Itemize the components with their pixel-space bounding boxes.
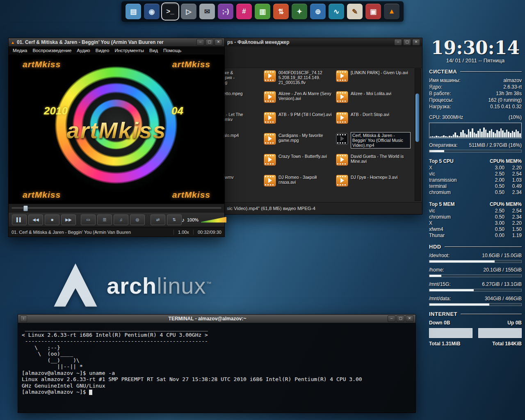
snapshot-button[interactable]: ◎ — [130, 215, 145, 225]
cpu-graph-bar — [447, 137, 449, 137]
equalizer-button[interactable]: ♫ — [114, 215, 128, 225]
menu-item[interactable]: Медиа — [10, 47, 30, 54]
system-info-rows: Имя машины: almazov Ядро: 2.6.33-rt В ра… — [429, 77, 522, 110]
ram-label: Оперативка: — [429, 142, 458, 148]
seek-slider[interactable] — [11, 207, 221, 209]
cpu-graph-bar — [495, 133, 496, 137]
scrollbar[interactable] — [415, 68, 421, 201]
file-item[interactable]: DJ Грув - Ноктюрн 3.avi — [336, 175, 411, 196]
maximize-button[interactable]: ▢ — [397, 315, 404, 322]
messenger-dock-icon[interactable]: ;-) — [218, 4, 233, 19]
vlc-video-area[interactable]: artMkiss artMkiss artMkiss artMkiss 2010… — [9, 55, 224, 204]
cpu-graph-bar — [449, 136, 450, 137]
file-item[interactable]: Cardigans - My favorite game.mpg — [264, 133, 333, 154]
irc-chat-dock-icon[interactable]: # — [236, 4, 252, 19]
file-item[interactable]: [LINKIN PARK] - Given Up.avi — [336, 70, 411, 91]
cpu-graph-bar — [462, 130, 464, 137]
minimize-button[interactable]: – — [196, 39, 204, 46]
info-value: almazov — [503, 77, 522, 84]
file-item[interactable]: 0040FD016C3F_74.12 5.208.19_82.114.149. … — [264, 70, 333, 91]
file-item[interactable]: ATB - 9 PM (Till I Come).avi — [264, 112, 333, 133]
cpu-graph-bar — [468, 129, 470, 137]
mode-controls: ⇄⇅ — [151, 215, 182, 225]
previous-button[interactable]: ◀◀ — [28, 215, 43, 225]
terminal-output[interactable]: ________________________________________… — [18, 323, 415, 398]
playlist-button[interactable]: ☰ — [97, 215, 112, 225]
task-monitor-dock-icon[interactable]: ▥ — [255, 4, 270, 19]
close-button[interactable]: ✕ — [412, 39, 420, 46]
file-manager-dock-icon[interactable]: ▤ — [126, 4, 141, 19]
web-browser-dock-icon[interactable]: ⊕ — [310, 4, 326, 19]
file-item[interactable]: ATB - Don't Stop.avi — [336, 112, 411, 133]
menu-item[interactable]: Вид — [147, 47, 160, 54]
mount-point: /dev/root: — [429, 252, 450, 259]
package-manager-dock-icon[interactable]: ▣ — [365, 4, 381, 19]
arch-linux-logo: archlinux™ — [52, 262, 212, 308]
shuffle-button[interactable]: ⇅ — [167, 215, 182, 225]
cpu-graph-bar — [443, 135, 445, 137]
maximize-button[interactable]: ▢ — [205, 39, 213, 46]
menu-item[interactable]: Инструменты — [112, 47, 146, 54]
dock: ▤ ◉ >_ ▷ ✉ ;-) # — [121, 1, 404, 22]
menu-item[interactable]: Видео — [93, 47, 112, 54]
scrollbar-thumb[interactable] — [415, 94, 419, 142]
file-item[interactable]: Crazy Town - Butterfly.avi — [264, 154, 333, 175]
process-cpu: 0.50 — [487, 183, 504, 189]
file-name: DJ Romeo - Закрой глаза.avi — [278, 175, 333, 185]
vlc-player-dock-icon[interactable]: ▲ — [384, 4, 399, 19]
close-button[interactable]: ✕ — [406, 315, 413, 322]
play-triangle-icon — [268, 157, 272, 162]
volume-slider[interactable] — [201, 217, 226, 223]
menu-item[interactable]: Аудио — [74, 47, 92, 54]
minimize-button[interactable]: – — [394, 39, 402, 46]
text-editor-dock-icon[interactable]: ✎ — [347, 4, 363, 19]
terminal-line: [almazov@almazov ~]$ uname -a — [22, 370, 412, 377]
cpu-graph-bar — [514, 132, 515, 137]
photo-viewer-dock-icon[interactable]: ◉ — [144, 4, 160, 19]
hdd-section-header: HDD — [429, 244, 522, 250]
loop-button[interactable]: ⇄ — [151, 215, 165, 225]
stop-button[interactable]: ■ — [45, 215, 59, 225]
file-item[interactable]: DJ Romeo - Закрой глаза.avi — [264, 175, 333, 196]
process-row: X 3.00 2.20 — [429, 165, 522, 171]
close-button[interactable]: ✕ — [215, 39, 222, 46]
top-cpu-list: X 3.00 2.20 vlc 2.50 2.54 transmission 2… — [429, 165, 522, 196]
file-item[interactable]: Alizee - Moi Lolita.avi — [336, 91, 411, 112]
info-label: Процессы: — [429, 97, 453, 103]
menu-item[interactable]: Воспроизведение — [30, 47, 74, 54]
vlc-titlebar[interactable]: ▲ 01. Cerf & Mitiska & Jaren - Beggin' Y… — [9, 38, 224, 46]
playback-rate[interactable]: 1.00x — [173, 230, 194, 235]
media-player-dock-icon[interactable]: ▷ — [181, 4, 196, 19]
network-graph-dock-icon[interactable]: ∿ — [329, 4, 344, 19]
keyring-dock-icon[interactable]: ✦ — [292, 4, 307, 19]
file-item[interactable]: David Guetta - The World is Mine.avi — [336, 154, 411, 175]
play-triangle-icon — [340, 115, 344, 120]
hdd-row: /mnt/15G: 6.27GiB / 13.1GiB — [429, 281, 522, 288]
cpu-graph-bar — [466, 135, 468, 137]
maximize-button[interactable]: ▢ — [403, 39, 411, 46]
hdd-entry: /dev/root: 10.6GiB / 15.0GiB — [429, 252, 522, 263]
file-name: ATB - Don't Stop.avi — [351, 112, 389, 117]
arch-logo-text: archlinux™ — [107, 272, 212, 299]
playback-time[interactable]: 00:32/09:30 — [194, 230, 221, 235]
terminal-dock-icon[interactable]: >_ — [162, 4, 178, 19]
fullscreen-button[interactable]: ▭ — [81, 215, 96, 225]
menu-item[interactable]: Помощь — [161, 47, 184, 54]
file-item[interactable]: Alizee - J'en Ai Marre (Sexy Version).av… — [264, 91, 333, 112]
file-item[interactable]: Cerf, Mitiska & Jaren - Beggin' You (Off… — [336, 133, 411, 154]
hdd-entry: /home: 20.1GiB / 155GiB — [429, 267, 522, 277]
process-row: xfwm4 0.50 1.50 — [429, 226, 522, 233]
file-list-column-2: 0040FD016C3F_74.12 5.208.19_82.114.149. … — [264, 70, 333, 196]
shade-button[interactable]: ↑ — [20, 315, 27, 322]
cpu-graph-bar — [481, 132, 483, 137]
terminal-titlebar[interactable]: ↑ TERMINAL - almazov@almazov:~ – ▢ ✕ — [18, 315, 415, 323]
process-row: X 3.00 2.20 — [429, 220, 522, 226]
package-updater-dock-icon[interactable]: ⇅ — [273, 4, 289, 19]
pause-button[interactable]: ▌▌ — [12, 215, 27, 225]
play-triangle-icon — [340, 136, 344, 141]
seek-handle[interactable] — [23, 205, 28, 211]
cpu-graph-bar — [438, 136, 439, 137]
minimize-button[interactable]: – — [388, 315, 395, 322]
next-button[interactable]: ▶▶ — [61, 215, 76, 225]
mail-dock-icon[interactable]: ✉ — [199, 4, 215, 19]
